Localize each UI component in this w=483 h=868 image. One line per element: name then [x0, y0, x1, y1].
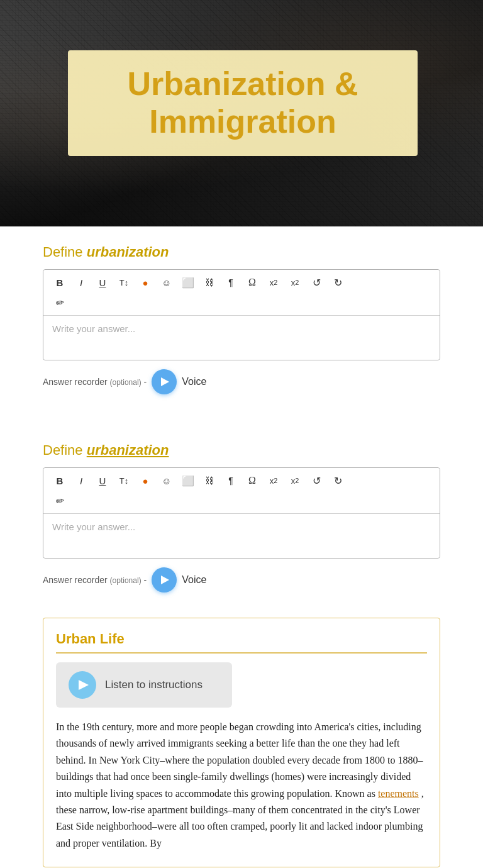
fontsize-button-1[interactable]: T↕ [114, 274, 134, 291]
hero-title-line1: Urbanization & [128, 65, 358, 102]
play-icon [69, 671, 96, 699]
recorder-label-text-2: Answer recorder [43, 575, 108, 585]
editor-toolbar-1: B I U T↕ ● ☺ ⬜ ⛓ ¶ Ω x2 x2 ↺ ↻ ✏ [43, 270, 440, 316]
italic-button-1[interactable]: I [71, 274, 91, 291]
hero-section: Urbanization & Immigration [0, 0, 483, 226]
title-prefix-1: Define [43, 244, 87, 260]
link-button-1[interactable]: ⛓ [199, 274, 219, 291]
hero-title: Urbanization & Immigration [88, 65, 397, 141]
recorder-label-2: Answer recorder (optional) - [43, 575, 147, 585]
recorder-dash-1: - [144, 377, 147, 387]
answer-recorder-2: Answer recorder (optional) - Voice [43, 567, 440, 593]
title-underlined-2: urbanization [87, 442, 169, 458]
undo-button-2[interactable]: ↺ [306, 472, 326, 489]
image-button-2[interactable]: ⬜ [178, 472, 198, 489]
title-bold-1: urbanization [87, 244, 169, 260]
image-button-1[interactable]: ⬜ [178, 274, 198, 291]
urban-life-section: Urban Life Listen to instructions In the… [43, 618, 440, 867]
recorder-optional-2: (optional) [110, 576, 142, 585]
listen-instructions-button[interactable]: Listen to instructions [56, 662, 232, 708]
passage-text: In the 19th century, more and more peopl… [56, 719, 427, 852]
recorder-label-text-1: Answer recorder [43, 377, 108, 387]
paragraph-button-1[interactable]: ¶ [221, 274, 241, 291]
subscript-button-2[interactable]: x2 [264, 472, 284, 489]
editor-box-1: B I U T↕ ● ☺ ⬜ ⛓ ¶ Ω x2 x2 ↺ ↻ ✏ [43, 269, 440, 360]
editor-placeholder-1: Write your answer... [52, 323, 135, 334]
fontsize-button-2[interactable]: T↕ [114, 472, 134, 489]
answer-recorder-1: Answer recorder (optional) - Voice [43, 369, 440, 394]
recorder-optional-1: (optional) [110, 378, 142, 387]
toolbar-row1-1: B I U T↕ ● ☺ ⬜ ⛓ ¶ Ω x2 x2 ↺ ↻ [50, 274, 433, 291]
main-content: Define urbanization B I U T↕ ● ☺ ⬜ ⛓ ¶ Ω… [0, 226, 483, 867]
italic-button-2[interactable]: I [71, 472, 91, 489]
hero-title-line2: Immigration [149, 103, 336, 140]
toolbar-row2-1: ✏ [50, 292, 433, 311]
question-section-1: Define urbanization B I U T↕ ● ☺ ⬜ ⛓ ¶ Ω… [43, 226, 440, 404]
question-section-2: Define urbanization B I U T↕ ● ☺ ⬜ ⛓ ¶ Ω… [43, 425, 440, 603]
recorder-dash-2: - [144, 575, 147, 585]
redo-button-1[interactable]: ↻ [328, 274, 348, 291]
underline-button-1[interactable]: U [92, 274, 113, 291]
link-button-2[interactable]: ⛓ [199, 472, 219, 489]
superscript-button-1[interactable]: x2 [285, 274, 305, 291]
editor-toolbar-2: B I U T↕ ● ☺ ⬜ ⛓ ¶ Ω x2 x2 ↺ ↻ ✏ [43, 468, 440, 514]
bold-button-1[interactable]: B [50, 274, 70, 291]
undo-button-1[interactable]: ↺ [306, 274, 326, 291]
editor-content-1[interactable]: Write your answer... [43, 316, 440, 360]
emoji-button-1[interactable]: ☺ [157, 274, 177, 291]
editor-box-2: B I U T↕ ● ☺ ⬜ ⛓ ¶ Ω x2 x2 ↺ ↻ ✏ [43, 467, 440, 559]
redo-button-2[interactable]: ↻ [328, 472, 348, 489]
voice-label-2: Voice [182, 574, 206, 586]
editor-content-2[interactable]: Write your answer... [43, 514, 440, 558]
eraser-button-2[interactable]: ✏ [48, 490, 71, 511]
omega-button-1[interactable]: Ω [242, 274, 262, 291]
editor-placeholder-2: Write your answer... [52, 521, 135, 532]
urban-life-card: Urban Life Listen to instructions In the… [43, 618, 440, 867]
tenements-link[interactable]: tenements [378, 788, 419, 799]
color-button-2[interactable]: ● [135, 472, 155, 489]
superscript-button-2[interactable]: x2 [285, 472, 305, 489]
emoji-button-2[interactable]: ☺ [157, 472, 177, 489]
hero-title-box: Urbanization & Immigration [68, 50, 418, 156]
voice-record-button-2[interactable] [152, 567, 177, 593]
voice-record-button-1[interactable] [152, 369, 177, 394]
paragraph-button-2[interactable]: ¶ [221, 472, 241, 489]
passage-body: In the 19th century, more and more peopl… [56, 721, 423, 799]
listen-text: Listen to instructions [105, 679, 203, 691]
bold-button-2[interactable]: B [50, 472, 70, 489]
urban-life-title: Urban Life [56, 631, 427, 654]
question-title-1: Define urbanization [43, 244, 440, 260]
title-prefix-2: Define [43, 442, 87, 458]
underline-button-2[interactable]: U [92, 472, 113, 489]
voice-label-1: Voice [182, 376, 206, 387]
toolbar-row1-2: B I U T↕ ● ☺ ⬜ ⛓ ¶ Ω x2 x2 ↺ ↻ [50, 472, 433, 489]
recorder-label-1: Answer recorder (optional) - [43, 377, 147, 387]
eraser-button-1[interactable]: ✏ [48, 292, 71, 313]
subscript-button-1[interactable]: x2 [264, 274, 284, 291]
color-button-1[interactable]: ● [135, 274, 155, 291]
question-title-2: Define urbanization [43, 442, 440, 459]
omega-button-2[interactable]: Ω [242, 472, 262, 489]
toolbar-row2-2: ✏ [50, 491, 433, 509]
